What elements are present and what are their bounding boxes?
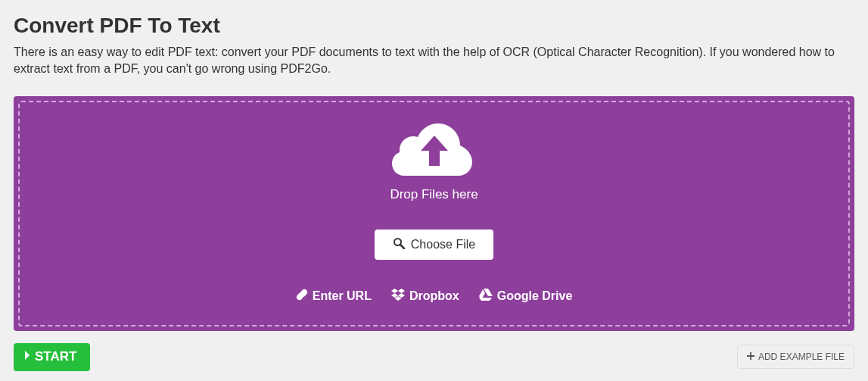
enter-url-label: Enter URL [313,289,372,303]
svg-line-1 [400,245,404,248]
choose-file-button[interactable]: Choose File [375,230,493,260]
google-drive-label: Google Drive [497,289,573,303]
google-drive-link[interactable]: Google Drive [479,289,573,304]
dropbox-label: Dropbox [409,289,459,303]
add-example-button[interactable]: ADD EXAMPLE FILE [737,345,854,369]
bottom-row: START ADD EXAMPLE FILE [14,343,854,371]
chevron-right-icon [23,349,32,365]
choose-file-label: Choose File [411,238,475,251]
add-example-label: ADD EXAMPLE FILE [758,351,845,362]
search-icon [393,237,405,252]
page-description: There is an easy way to edit PDF text: c… [14,44,854,78]
start-button[interactable]: START [14,343,90,371]
cloud-upload-icon [392,119,477,183]
google-drive-icon [479,289,493,304]
page-title: Convert PDF To Text [14,14,854,38]
dropzone-inner: Drop Files here Choose File Enter URL [18,101,850,326]
dropbox-link[interactable]: Dropbox [391,289,459,304]
drop-text: Drop Files here [35,187,833,202]
link-icon [296,289,308,304]
start-label: START [35,349,76,364]
dropzone[interactable]: Drop Files here Choose File Enter URL [14,96,854,331]
source-links: Enter URL Dropbox Google Drive [35,289,833,304]
enter-url-link[interactable]: Enter URL [296,289,372,304]
dropbox-icon [391,289,405,304]
plus-icon [747,351,754,362]
